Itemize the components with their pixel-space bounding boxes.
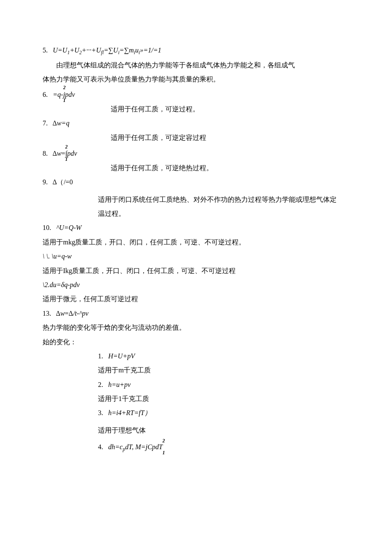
eq-c: CpdT — [147, 443, 163, 450]
eq-13: 13. Δw=Δ/t-^pv — [43, 307, 349, 320]
eq-expr: h=u+pv — [108, 381, 131, 388]
eq-9-expA: 适用于闭口系统任何工质绝热、对外不作功的热力过程等热力学能或理想气体定 — [98, 193, 349, 206]
integral-lower: 1 — [162, 448, 165, 458]
eq-11: \ \. \u=q-w — [43, 250, 349, 263]
eq-number: 2. — [98, 381, 103, 388]
eq-expr: Δ（/=0 — [52, 178, 73, 186]
eq-10-exp: 适用于mkg质量工质，开口、闭口，任何工质，可逆、不可逆过程。 — [43, 236, 349, 249]
eq-a: dh=c — [108, 443, 123, 450]
eq-8: 8. Δw=2∫1pdv — [43, 147, 349, 160]
eq-9-expB: 温过程。 — [98, 207, 349, 220]
eq-6: 6. =q-2j1pdv — [43, 88, 349, 102]
integral: 2j1 — [63, 88, 65, 102]
eq-8-exp: 适用于任何工质，可逆绝热过程。 — [111, 162, 349, 174]
eq-9: 9. Δ（/=0 — [43, 176, 349, 189]
eq-number: 9. — [43, 178, 48, 186]
eq-7: 7. Δw=q — [43, 117, 349, 130]
integral: 2∫1 — [65, 147, 67, 160]
integral-lower: 1 — [65, 155, 68, 164]
h-eq-3: 3. h=i4+RT=fT） — [98, 407, 349, 419]
eq-expr: =q-2j1pdv — [53, 91, 75, 98]
eq-b: dT, M= — [125, 443, 146, 450]
eq-number: 4. — [98, 443, 103, 450]
h-eq-1: 1. H=U+pV — [98, 350, 349, 363]
eq-expr: Δw=2∫1pdv — [52, 150, 77, 157]
eq-expr: \ \. \u=q-w — [43, 253, 72, 260]
eq-number: 3. — [98, 409, 103, 416]
h-eq-2: 2. h=u+pv — [98, 378, 349, 391]
document-page: 5. U=U1+U2+···+Ufl=∑Ui=∑miui»=1/=1 由理想气体… — [0, 0, 392, 555]
eq-expr: U=U1+U2+···+Ufl=∑Ui=∑miui»=1/=1 — [53, 46, 161, 54]
h-eq-2-exp: 适用于1千克工质 — [98, 392, 349, 405]
section-header-enthalpy: 始的变化： — [43, 336, 349, 349]
eq-5: 5. U=U1+U2+···+Ufl=∑Ui=∑miui»=1/=1 — [43, 44, 349, 58]
eq-expr: \2.du=δq-pdv — [43, 281, 80, 288]
eq-number: 10. — [43, 224, 51, 231]
eq-post: pdv — [65, 91, 75, 98]
eq-expr: h=i4+RT=fT） — [108, 409, 151, 416]
eq-expr: H=U+pV — [108, 352, 135, 360]
eq-7-exp: 适用于任何工质，可逆定容过程 — [111, 131, 349, 144]
eq-5-expB: 体热力学能又可表示为单位质量热力学能与其质量的乘积。 — [43, 73, 349, 86]
integral-lower: 1 — [63, 96, 66, 105]
eq-11-exp: 适用于Ikg质量工质，开口、闭口，任何工质，可逆、不可逆过程 — [43, 264, 349, 277]
eq-pre: =q- — [53, 91, 63, 98]
eq-number: 7. — [43, 119, 48, 127]
integral-limits: 2.1 — [163, 441, 164, 453]
h-eq-3-exp: 适用于理想气体 — [98, 424, 349, 437]
h-eq-4: 4. dh=cpdT, M=jCpdT2.1 — [98, 440, 349, 454]
eq-expr: ^U=Q-W — [56, 224, 81, 231]
eq-post: pdv — [67, 150, 77, 157]
eq-12-exp: 适用于微元，任何工质可逆过程 — [43, 293, 349, 305]
eq-number: 1. — [98, 352, 103, 360]
eq-6-exp: 适用于任何工质，可逆过程。 — [111, 103, 349, 116]
eq-expr: dh=cpdT, M=jCpdT2.1 — [108, 443, 164, 450]
eq-number: 8. — [43, 150, 48, 157]
eq-12: \2.du=δq-pdv — [43, 279, 349, 291]
eq-10: 10. ^U=Q-W — [43, 221, 349, 234]
integral-upper: 2 — [63, 83, 66, 93]
eq-13-exp: 热力学能的变化等于焓的变化与流动功的差值。 — [43, 321, 349, 334]
eq-expr: Δw=Δ/t-^pv — [56, 310, 88, 317]
eq-number: 5. — [43, 46, 48, 54]
integral-symbol: j — [146, 443, 148, 451]
eq-number: 6. — [43, 91, 48, 98]
integral: j — [146, 440, 148, 454]
eq-expr: Δw=q — [52, 119, 69, 127]
eq-number: 13. — [43, 310, 51, 317]
integral-upper: 2 — [65, 142, 68, 152]
eq-5-expA: 由理想气体组成的混合气体的热力学能等于各组成气体热力学能之和，各组成气 — [43, 59, 349, 72]
h-eq-1-exp: 适用于m千克工质 — [98, 364, 349, 377]
